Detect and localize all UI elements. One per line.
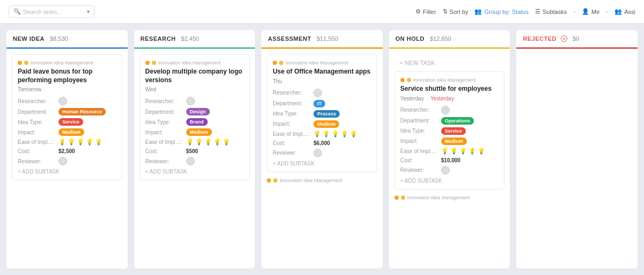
card-title[interactable]: Service shuttle for employees (400, 85, 499, 93)
badge[interactable]: Medium (313, 120, 339, 128)
card-field-label: Department: (400, 118, 438, 124)
dot-orange (400, 78, 405, 82)
extra-meta: Innovation Idea Management (267, 178, 377, 183)
add-subtask-button[interactable]: + ADD SUBTASK (18, 169, 116, 175)
dot-orange (145, 61, 150, 65)
card-field-label: Idea Type: (145, 119, 183, 125)
card-title[interactable]: Develop multiple company logo versions (145, 68, 244, 84)
card-meta: Innovation Idea Management (145, 60, 244, 66)
bulb-on: 💡 (323, 131, 330, 138)
card-field-label: Impact: (400, 138, 438, 144)
column-title: ON HOLD (396, 35, 425, 42)
new-task-button[interactable]: + NEW TASK (394, 54, 505, 71)
column-title: NEW IDEA (13, 35, 45, 42)
card-field-label: Impact: (273, 121, 310, 127)
card-field: Ease of Impl...:💡💡💡💡💡 (273, 131, 371, 138)
card-field-label: Researcher: (273, 90, 310, 96)
sort-action[interactable]: ⇅ Sort by (443, 8, 469, 15)
bulb-off: 💡 (350, 131, 357, 138)
card-field: Idea Type:Process (273, 110, 371, 118)
bulb-off: 💡 (204, 139, 212, 146)
column-rejected: REJECTED✕$0 (516, 30, 638, 269)
card-field-label: Idea Type: (18, 119, 55, 125)
bulb-off: 💡 (223, 139, 230, 146)
column-new-idea: NEW IDEA$8,530Innovation Idea Management… (6, 30, 128, 269)
card-field: Reviewer: (273, 149, 371, 157)
badge[interactable]: IT (313, 100, 325, 107)
card-field-label: Idea Type: (273, 111, 310, 117)
bulb-off: 💡 (86, 139, 93, 146)
badge[interactable]: Medium (441, 138, 467, 145)
column-body-research: Innovation Idea ManagementDevelop multip… (134, 49, 255, 269)
me-action[interactable]: 👤 Me (582, 8, 599, 15)
field-value: $10,000 (441, 157, 460, 163)
bulb-on: 💡 (68, 139, 75, 146)
group-action[interactable]: 👥 Group by: Status (474, 8, 529, 15)
task-card: Innovation Idea ManagementUse of Office … (267, 54, 377, 172)
card-field-label: Idea Type: (400, 128, 438, 134)
filter-action[interactable]: ⚙ Filter (415, 8, 436, 15)
rejected-icon: ✕ (561, 35, 567, 42)
card-title[interactable]: Paid leave bonus for top performing empl… (18, 68, 116, 84)
ease-of-implementation: 💡💡💡💡💡 (58, 139, 103, 146)
badge[interactable]: Service (58, 118, 83, 126)
card-field: Idea Type:Service (18, 118, 116, 126)
bulb-off: 💡 (459, 148, 467, 155)
card-field-label: Researcher: (145, 98, 183, 104)
add-subtask-button[interactable]: + ADD SUBTASK (273, 161, 371, 167)
badge[interactable]: Process (313, 110, 340, 118)
card-title[interactable]: Use of Office Management apps (273, 68, 371, 76)
badge[interactable]: Medium (186, 128, 212, 136)
dot-yellow (24, 61, 28, 65)
avatar[interactable] (186, 157, 195, 165)
bulb-on: 💡 (58, 139, 66, 146)
card-field: Researcher: (400, 106, 499, 114)
badge[interactable]: Design (186, 108, 210, 115)
card-field: Researcher: (273, 89, 371, 97)
add-subtask-button[interactable]: + ADD SUBTASK (145, 169, 244, 175)
card-meta-text: Innovation Idea Management (413, 77, 476, 83)
card-field: Impact:Medium (273, 120, 371, 128)
avatar[interactable] (186, 97, 195, 105)
avatar[interactable] (58, 97, 67, 105)
card-field-label: Cost: (400, 157, 438, 163)
bulb-off: 💡 (332, 131, 339, 138)
card-date: Yesterday · Yesterday (400, 96, 499, 102)
search-dropdown-icon[interactable]: ▾ (87, 9, 90, 15)
assign-action[interactable]: 👥 Assi (614, 8, 635, 15)
bulb-on: 💡 (195, 139, 203, 146)
add-subtask-button[interactable]: + ADD SUBTASK (400, 178, 499, 184)
avatar[interactable] (441, 166, 450, 175)
badge[interactable]: Human Resource (58, 108, 106, 115)
card-field: Researcher: (145, 97, 244, 105)
card-field: Cost:$500 (145, 148, 244, 154)
card-meta-text: Innovation Idea Management (286, 60, 348, 66)
card-field-label: Reviewer: (273, 150, 310, 156)
avatar[interactable] (58, 157, 67, 165)
badge[interactable]: Service (441, 127, 466, 135)
card-meta: Innovation Idea Management (273, 60, 371, 66)
card-date: Wed (145, 86, 244, 92)
avatar[interactable] (313, 89, 322, 97)
card-field: Impact:Medium (18, 128, 116, 136)
avatar[interactable] (313, 149, 322, 157)
search-area[interactable]: 🔍 Search tasks... ▾ (9, 5, 94, 18)
bulb-off: 💡 (478, 148, 485, 155)
column-amount: $12,650 (430, 35, 451, 42)
field-value: $2,500 (58, 148, 75, 154)
avatar[interactable] (441, 106, 450, 114)
badge[interactable]: Medium (58, 128, 84, 136)
badge[interactable]: Brand (186, 118, 208, 126)
dot-orange (394, 196, 399, 200)
bulb-on: 💡 (450, 148, 458, 155)
dot-yellow (401, 196, 405, 200)
task-card: Innovation Idea ManagementPaid leave bon… (12, 54, 122, 180)
column-assessment: ASSESSMENT$11,550Innovation Idea Managem… (261, 30, 383, 269)
badge[interactable]: Operations (441, 117, 474, 125)
column-on-hold: ON HOLD$12,650+ NEW TASKInnovation Idea … (389, 30, 510, 269)
subtasks-action[interactable]: ☰ Subtasks (535, 8, 567, 15)
card-field-label: Impact: (18, 129, 55, 135)
card-field: Ease of Impl...:💡💡💡💡💡 (400, 148, 499, 155)
card-field-label: Reviewer: (145, 158, 183, 164)
task-card: Innovation Idea ManagementService shuttl… (394, 71, 505, 190)
